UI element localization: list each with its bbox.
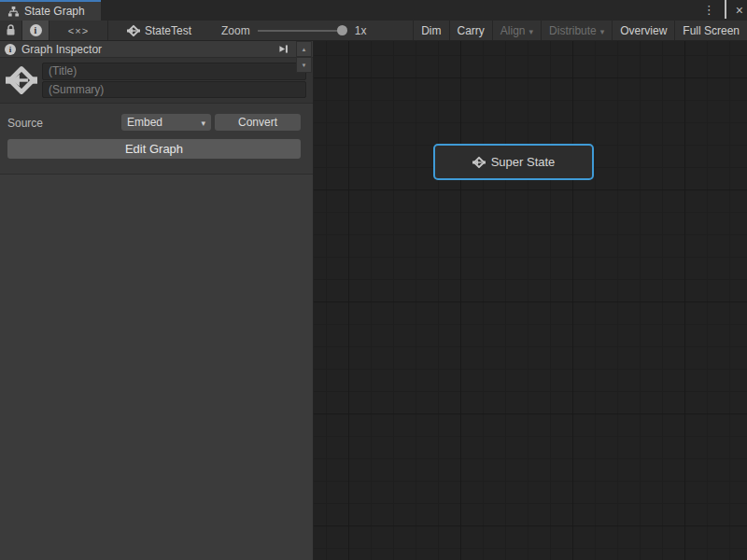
close-icon[interactable]: × — [736, 0, 743, 21]
overview-button[interactable]: Overview — [613, 21, 674, 40]
code-icon: <×> — [68, 25, 89, 36]
graph-source-section: Source Embed ▾ Convert Edit Graph — [0, 103, 313, 174]
graph-inspector-title: Graph Inspector — [21, 43, 102, 56]
inspector-toggle-button[interactable]: i — [22, 21, 49, 40]
source-dropdown[interactable]: Embed ▾ — [121, 114, 211, 131]
panel-scroll-stepper: ▲ ▼ — [296, 41, 312, 73]
dock-panel-icon[interactable] — [275, 42, 290, 56]
state-machine-icon — [5, 63, 38, 98]
source-label: Source — [7, 117, 43, 130]
toolbar-separator — [107, 21, 108, 40]
graph-inspector-header: i Graph Inspector ▲ ▼ — [0, 41, 313, 57]
maximize-icon[interactable] — [725, 2, 726, 19]
zoom-slider[interactable] — [258, 21, 347, 41]
graph-tab-icon — [7, 6, 20, 18]
graph-info-section — [0, 57, 313, 103]
node-label: Super State — [491, 155, 556, 169]
window-controls: ⋮ × — [703, 0, 743, 21]
info-icon: i — [30, 24, 42, 36]
full-screen-button[interactable]: Full Screen — [675, 21, 747, 40]
graph-inspector-panel: i Graph Inspector ▲ ▼ Sourc — [0, 41, 314, 560]
graph-canvas[interactable]: Super State — [314, 41, 747, 560]
code-preview-button[interactable]: <×> — [49, 21, 107, 40]
graph-toolbar: i <×> StateTest Zoom 1x Dim — [0, 21, 747, 41]
zoom-label: Zoom — [221, 24, 250, 37]
zoom-slider-handle[interactable] — [337, 25, 347, 35]
zoom-slider-track — [258, 30, 347, 32]
breadcrumb[interactable]: StateTest — [118, 21, 201, 40]
convert-button[interactable]: Convert — [215, 114, 301, 131]
tab-state-graph[interactable]: State Graph — [0, 0, 101, 21]
state-machine-icon — [127, 24, 140, 37]
align-button: Align ▾ — [493, 21, 541, 40]
state-machine-icon — [472, 156, 486, 169]
dim-button[interactable]: Dim — [414, 21, 448, 40]
super-state-node[interactable]: Super State — [433, 144, 594, 180]
lock-icon — [6, 24, 16, 36]
titlebar: State Graph ⋮ × — [0, 0, 747, 21]
chevron-down-icon: ▾ — [201, 119, 205, 128]
scroll-down-button[interactable]: ▼ — [296, 57, 312, 73]
state-graph-window: State Graph ⋮ × i <×> — [0, 0, 747, 560]
breadcrumb-label: StateTest — [145, 24, 191, 37]
source-dropdown-value: Embed — [127, 116, 162, 129]
lock-button[interactable] — [0, 21, 21, 40]
toolbar-right-group: Dim Carry Align ▾ Distribute ▾ Overview — [413, 21, 747, 40]
graph-summary-input[interactable] — [42, 81, 306, 99]
window-menu-icon[interactable]: ⋮ — [703, 0, 715, 21]
distribute-button: Distribute ▾ — [542, 21, 612, 40]
graph-title-input[interactable] — [42, 63, 306, 80]
tab-title: State Graph — [24, 5, 85, 18]
chevron-down-icon: ▾ — [529, 27, 534, 36]
zoom-control: Zoom 1x — [221, 21, 366, 40]
inspector-empty-area — [0, 174, 313, 560]
zoom-value: 1x — [355, 24, 367, 37]
scroll-up-button[interactable]: ▲ — [296, 41, 312, 57]
carry-button[interactable]: Carry — [450, 21, 492, 40]
edit-graph-button[interactable]: Edit Graph — [7, 139, 301, 159]
chevron-down-icon: ▾ — [600, 27, 605, 36]
info-icon: i — [5, 44, 16, 55]
